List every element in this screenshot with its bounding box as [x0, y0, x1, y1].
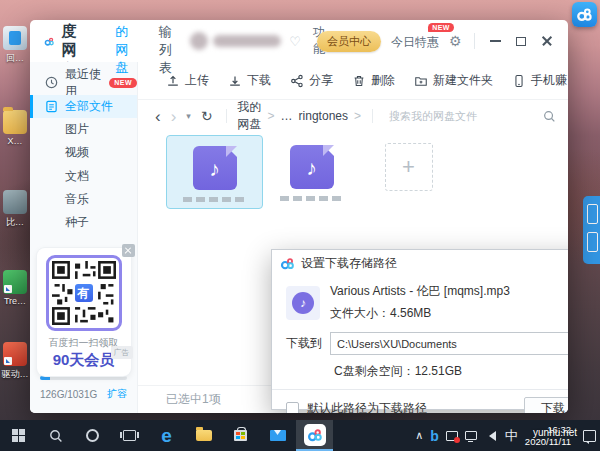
back-icon[interactable]: ‹ [155, 108, 161, 125]
phone-earn-button[interactable]: 手机赚 [512, 72, 567, 89]
download-icon [228, 74, 242, 88]
heart-icon[interactable]: ♡ [289, 34, 301, 49]
trash-icon [352, 74, 366, 88]
app-icon [3, 190, 27, 214]
watermark-text: yunhu.net [533, 427, 577, 440]
taskbar-search-button[interactable] [37, 420, 74, 451]
music-file-icon: ♪ [193, 146, 237, 190]
history-caret-icon[interactable]: ▾ [186, 111, 191, 121]
sidebar-item-documents[interactable]: 文档 [30, 165, 137, 188]
toolbar: 上传 下载 分享 删除 [138, 62, 568, 100]
upload-icon [166, 74, 180, 88]
sidebar-item-label: 音乐 [65, 191, 89, 208]
search-icon[interactable] [543, 110, 556, 123]
sidebar-item-all-files[interactable]: 全部文件 [30, 95, 137, 118]
store-button[interactable] [222, 420, 259, 451]
security-tray-icon[interactable] [446, 431, 458, 441]
avatar [190, 32, 208, 50]
share-button[interactable]: 分享 [290, 72, 333, 89]
network-icon[interactable] [465, 431, 477, 440]
qr-ad-card[interactable]: 有 百度扫一扫领取 90天会员 广告 [37, 248, 131, 376]
desktop-icon-misc[interactable]: 比… [0, 190, 30, 229]
taskbar-clock[interactable]: 16:32 2020/11/11 yunhu.net [525, 424, 573, 448]
download-confirm-button[interactable]: 下载 [524, 397, 568, 413]
navigation-row: ‹ › ▾ ↻ 我的网盘 > … ringtones > [138, 100, 568, 132]
expand-storage-link[interactable]: 扩容 [107, 387, 127, 401]
refresh-icon[interactable]: ↻ [201, 108, 213, 124]
breadcrumb-current[interactable]: ringtones [299, 109, 348, 123]
download-button[interactable]: 下载 [228, 72, 271, 89]
file-tile[interactable]: ♪ [263, 135, 360, 209]
dialog-file-name: Various Artists - 伦巴 [mqms].mp3 [330, 283, 510, 300]
minimize-button[interactable] [482, 26, 508, 56]
bing-icon[interactable]: b [430, 428, 439, 444]
netdisk-floating-icon[interactable] [572, 2, 597, 27]
new-badge: NEW [428, 23, 454, 32]
file-explorer-button[interactable] [185, 420, 222, 451]
search-input[interactable] [387, 109, 537, 123]
maximize-icon [516, 37, 526, 46]
search-box[interactable] [364, 109, 556, 123]
netdisk-logo-icon [280, 256, 295, 271]
ime-indicator[interactable]: 中 [505, 427, 518, 445]
ad-tag: 广告 [111, 346, 133, 359]
delete-button[interactable]: 删除 [352, 72, 395, 89]
netdisk-taskbar-button[interactable] [296, 420, 333, 451]
sidebar-item-label: 视频 [65, 144, 89, 161]
sidebar-item-videos[interactable]: 视频 [30, 141, 137, 164]
edge-button[interactable]: e [148, 420, 185, 451]
netdisk-logo-icon [44, 30, 55, 53]
dialog-file-size: 文件大小：4.56MB [330, 305, 510, 322]
today-deal-label: 今日特惠 [391, 35, 439, 49]
volume-icon[interactable] [484, 431, 498, 441]
action-center-icon[interactable] [583, 430, 596, 442]
username-blurred[interactable] [190, 32, 281, 50]
dialog-footer: 默认此路径为下载路径 下载 取消 [272, 389, 568, 413]
sidebar-item-music[interactable]: 音乐 [30, 188, 137, 211]
sidebar-item-pictures[interactable]: 图片 [30, 118, 137, 141]
music-file-icon: ♪ [286, 286, 320, 320]
cortana-icon [86, 429, 99, 442]
desktop-icon-green-app[interactable]: Tre… [0, 270, 30, 306]
file-name-clipped [280, 196, 344, 201]
add-file-tile[interactable]: + [360, 135, 457, 209]
file-tile-selected[interactable]: ♪ [166, 135, 263, 209]
folder-icon [3, 110, 27, 134]
breadcrumb-separator: > [354, 109, 361, 123]
default-path-checkbox[interactable] [286, 402, 299, 413]
start-button[interactable] [0, 420, 37, 451]
download-path-input[interactable] [330, 332, 568, 355]
upload-button[interactable]: 上传 [166, 72, 209, 89]
shortcut-arrow-icon [4, 357, 12, 365]
sidebar-item-recent[interactable]: 最近使用 NEW [30, 70, 137, 95]
vip-center-badge[interactable]: 会员中心 [317, 31, 381, 52]
store-icon [234, 430, 247, 441]
breadcrumb-separator: > [268, 109, 275, 123]
desktop-edge-widget[interactable] [583, 196, 600, 264]
desktop-icon-recycle-bin[interactable]: 回… [0, 26, 30, 65]
ad-close-icon[interactable] [122, 244, 135, 257]
cortana-button[interactable] [74, 420, 111, 451]
username-blur-bar [213, 35, 281, 47]
desktop-icon-folder[interactable]: X… [0, 110, 30, 146]
mail-button[interactable] [259, 420, 296, 451]
forward-icon[interactable]: › [171, 108, 177, 125]
task-view-button[interactable] [111, 420, 148, 451]
sidebar-item-torrents[interactable]: 种子 [30, 211, 137, 234]
dialog-title: 设置下载存储路径 [301, 255, 397, 272]
today-deal[interactable]: 今日特惠 NEW [391, 32, 439, 51]
breadcrumb-root[interactable]: 我的网盘 [237, 99, 261, 133]
search-icon [49, 429, 63, 443]
new-folder-button[interactable]: 新建文件夹 [414, 72, 493, 89]
desktop-icon-red-app[interactable]: 驱动… [0, 342, 30, 381]
close-button[interactable] [534, 26, 560, 56]
maximize-button[interactable] [508, 26, 534, 56]
main-panel: 上传 下载 分享 删除 [138, 62, 568, 413]
edge-icon: e [161, 426, 172, 445]
tray-expand-icon[interactable]: ∧ [415, 429, 423, 442]
clock-icon [45, 76, 58, 89]
gear-icon[interactable]: ⚙ [449, 33, 462, 49]
dialog-titlebar[interactable]: 设置下载存储路径 [272, 250, 568, 277]
breadcrumb-ellipsis[interactable]: … [281, 109, 293, 123]
recycle-bin-icon [3, 26, 27, 50]
